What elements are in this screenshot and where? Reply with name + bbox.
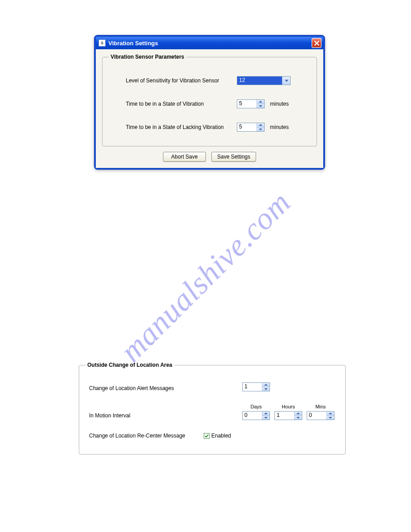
spinner-buttons: [262, 383, 270, 391]
vibration-sensor-group: Vibration Sensor Parameters Level of Sen…: [102, 54, 317, 146]
days-header: Days: [250, 404, 261, 409]
chevron-up-icon: [329, 412, 332, 414]
row-motion-interval: In Motion Interval Days 0 Hours: [89, 404, 339, 420]
outside-change-group-wrap: Outside Change of Location Area Change o…: [79, 362, 338, 455]
mins-header: Mins: [315, 404, 325, 409]
chevron-down-icon: [264, 388, 268, 390]
outside-change-group: Outside Change of Location Area Change o…: [79, 362, 346, 455]
hours-spinner[interactable]: 1: [274, 411, 302, 420]
spin-down-button[interactable]: [262, 387, 270, 391]
chevron-up-icon: [264, 384, 268, 386]
state-novib-unit: minutes: [270, 124, 289, 130]
chevron-up-icon: [259, 101, 262, 103]
hours-header: Hours: [282, 404, 295, 409]
dropdown-arrow[interactable]: [282, 77, 290, 85]
spin-down-button[interactable]: [262, 416, 270, 420]
vibration-settings-window: S Vibration Settings Vibration Sensor Pa…: [94, 35, 325, 170]
spinner-buttons: [326, 412, 334, 420]
spin-up-button[interactable]: [262, 412, 270, 416]
state-vib-label: Time to be in a State of Vibration: [126, 101, 237, 107]
spin-up-button[interactable]: [262, 383, 270, 387]
spinner-buttons: [262, 412, 270, 420]
enabled-checkbox-wrap[interactable]: Enabled: [204, 433, 231, 439]
motion-interval-label: In Motion Interval: [89, 412, 199, 420]
state-novib-value: 5: [237, 123, 257, 131]
close-button[interactable]: [312, 38, 321, 48]
sensitivity-dropdown[interactable]: 12: [237, 76, 291, 85]
chevron-up-icon: [264, 412, 268, 414]
mins-value: 0: [307, 412, 326, 420]
spin-down-button[interactable]: [295, 416, 302, 420]
group-legend: Vibration Sensor Parameters: [109, 54, 186, 60]
sensitivity-label: Level of Sensitivity for Vibration Senso…: [126, 77, 237, 84]
spinner-buttons: [257, 100, 264, 108]
window-titlebar[interactable]: S Vibration Settings: [96, 37, 323, 49]
dialog-button-row: Abort Save Save Settings: [102, 152, 317, 162]
days-column: Days 0: [242, 404, 270, 420]
page: manualshive.com S Vibration Settings Vib…: [0, 0, 411, 532]
alert-messages-spinner[interactable]: 1: [242, 382, 270, 391]
chevron-down-icon: [329, 417, 332, 419]
hours-column: Hours 1: [274, 404, 302, 420]
spin-down-button[interactable]: [257, 104, 264, 108]
spinner-buttons: [294, 412, 302, 420]
chevron-down-icon: [285, 80, 288, 82]
row-state-vibration: Time to be in a State of Vibration 5 min…: [126, 99, 310, 108]
spin-up-button[interactable]: [257, 123, 264, 127]
chevron-up-icon: [259, 124, 262, 126]
enabled-checkbox[interactable]: [204, 433, 210, 439]
spin-up-button[interactable]: [327, 412, 334, 416]
days-spinner[interactable]: 0: [242, 411, 270, 420]
spin-down-button[interactable]: [257, 127, 264, 132]
recenter-label: Change of Location Re-Center Message: [89, 433, 199, 439]
state-vib-unit: minutes: [270, 101, 289, 107]
chevron-down-icon: [296, 417, 300, 419]
row-recenter: Change of Location Re-Center Message Ena…: [89, 433, 339, 439]
spin-down-button[interactable]: [327, 416, 334, 420]
row-state-no-vibration: Time to be in a State of Lacking Vibrati…: [126, 123, 310, 132]
alert-messages-label: Change of Location Alert Messages: [89, 385, 199, 391]
state-novib-label: Time to be in a State of Lacking Vibrati…: [126, 124, 237, 130]
check-icon: [205, 434, 209, 438]
save-settings-button[interactable]: Save Settings: [211, 152, 256, 162]
spinner-buttons: [257, 123, 264, 131]
chevron-down-icon: [259, 129, 262, 130]
state-vib-value: 5: [237, 100, 257, 108]
spin-up-button[interactable]: [257, 100, 264, 104]
app-icon: S: [98, 39, 106, 47]
days-value: 0: [243, 412, 262, 420]
row-alert-messages: Change of Location Alert Messages 1: [89, 382, 339, 391]
close-icon: [314, 41, 319, 46]
chevron-down-icon: [264, 417, 268, 419]
chevron-down-icon: [259, 105, 262, 107]
hours-value: 1: [275, 412, 294, 420]
mins-column: Mins 0: [307, 404, 334, 420]
mins-spinner[interactable]: 0: [307, 411, 334, 420]
outside-change-legend: Outside Change of Location Area: [86, 362, 174, 368]
enabled-label: Enabled: [211, 433, 231, 439]
watermark-text: manualshive.com: [113, 184, 298, 369]
spin-up-button[interactable]: [295, 412, 302, 416]
state-novib-spinner[interactable]: 5: [237, 123, 265, 132]
window-title: Vibration Settings: [108, 40, 312, 47]
chevron-up-icon: [296, 412, 300, 414]
dialog-body: Vibration Sensor Parameters Level of Sen…: [96, 49, 323, 168]
row-sensitivity: Level of Sensitivity for Vibration Senso…: [126, 76, 310, 85]
sensitivity-value: 12: [237, 77, 282, 85]
abort-save-button[interactable]: Abort Save: [163, 152, 206, 162]
alert-messages-value: 1: [243, 383, 262, 391]
state-vib-spinner[interactable]: 5: [237, 99, 265, 108]
